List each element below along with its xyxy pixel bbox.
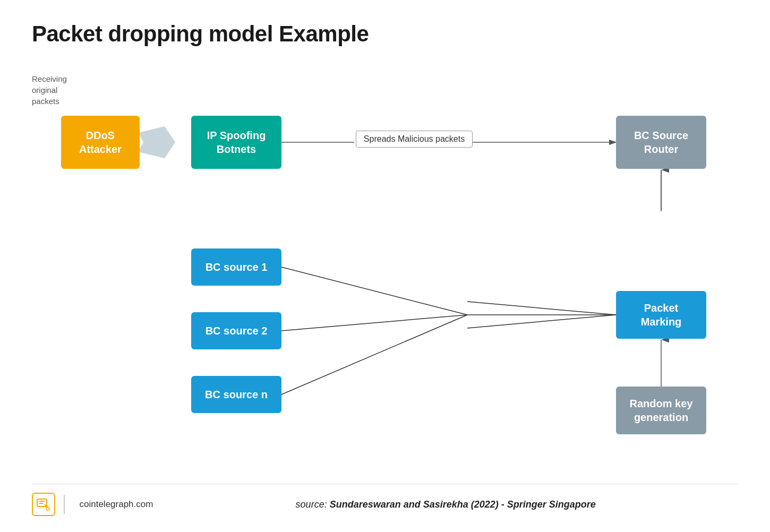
bc-source-2-box: BC source 2 xyxy=(191,312,281,349)
source-citation: Sundareswaran and Sasirekha (2022) - Spr… xyxy=(330,499,596,510)
svg-line-14 xyxy=(467,315,616,328)
ddos-attacker-label: DDoSAttacker xyxy=(79,128,122,156)
svg-line-12 xyxy=(467,302,616,315)
svg-line-10 xyxy=(281,315,467,331)
page-container: Packet dropping model Example xyxy=(0,0,770,532)
footer-logo: cointelegraph.com xyxy=(32,493,153,516)
footer-source: source: Sundareswaran and Sasirekha (202… xyxy=(153,499,738,510)
source-prefix: source: xyxy=(296,499,330,510)
page-title: Packet dropping model Example xyxy=(32,21,738,47)
svg-marker-4 xyxy=(138,126,175,158)
packet-marking-label: PacketMarking xyxy=(641,301,682,329)
bc-source-n-box: BC source n xyxy=(191,376,281,413)
footer-divider xyxy=(64,495,65,514)
bc-source-2-label: BC source 2 xyxy=(206,324,268,338)
bc-source-1-label: BC source 1 xyxy=(206,260,268,274)
spreads-malicious-label: Spreads Malicious packets xyxy=(356,131,473,148)
random-key-label: Random keygeneration xyxy=(630,397,693,424)
bc-source-router-label: BC SourceRouter xyxy=(634,128,688,156)
diagram-area: DDoSAttacker IP SpoofingBotnets BC Sourc… xyxy=(32,73,738,487)
footer-site: cointelegraph.com xyxy=(80,499,153,510)
svg-line-11 xyxy=(281,315,467,394)
receiving-original-label: Receivingoriginalpackets xyxy=(32,73,96,107)
bc-source-router-box: BC SourceRouter xyxy=(616,116,706,169)
random-key-box: Random keygeneration xyxy=(616,387,706,434)
footer: cointelegraph.com source: Sundareswaran … xyxy=(32,484,738,516)
ip-spoofing-label: IP SpoofingBotnets xyxy=(207,128,266,156)
svg-line-9 xyxy=(281,267,467,315)
cointelegraph-icon xyxy=(32,493,55,516)
bc-source-1-box: BC source 1 xyxy=(191,248,281,286)
bc-source-n-label: BC source n xyxy=(205,388,268,401)
packet-marking-box: PacketMarking xyxy=(616,291,706,339)
ddos-attacker-box: DDoSAttacker xyxy=(61,116,140,169)
ip-spoofing-box: IP SpoofingBotnets xyxy=(191,116,281,169)
